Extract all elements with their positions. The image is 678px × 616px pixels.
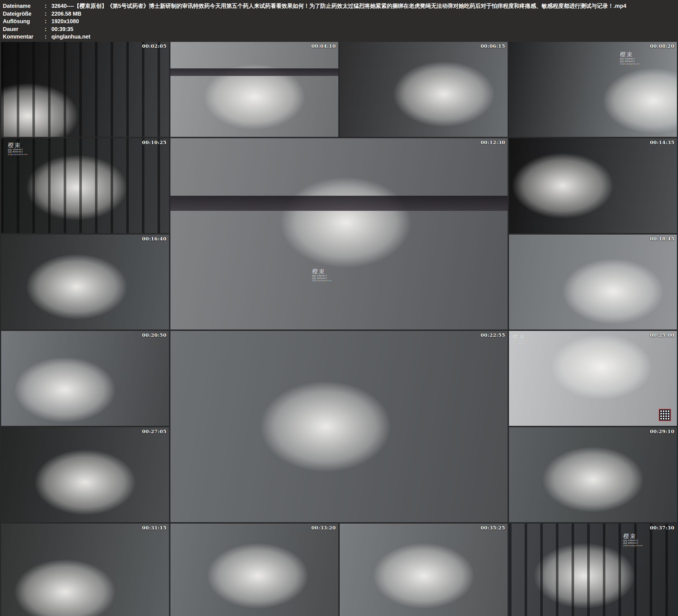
file-info-label: Dateiname xyxy=(3,2,45,10)
file-info-separator: : xyxy=(45,10,51,18)
file-info-label: Kommentar xyxy=(3,33,45,41)
timestamp-badge: 00:33:20 xyxy=(311,525,336,531)
watermark-brand-text: 樱束 xyxy=(620,51,640,58)
watermark-email: yingshuye@gmail.com xyxy=(620,63,640,65)
video-thumbnail: 樱束 QQ:1565417 QQ:5909417 yingshuye@gmail… xyxy=(171,138,507,330)
timestamp-badge: 00:22:55 xyxy=(481,332,505,338)
qr-code-watermark xyxy=(659,409,671,421)
watermark-qq2: QQ:5909417 xyxy=(512,343,532,345)
watermark-email: yingshuye@gmail.com xyxy=(312,279,332,282)
brand-watermark: 樱束 QQ:1565417 QQ:5909417 yingshuye@gmail… xyxy=(623,533,643,546)
timestamp-badge: 00:37:30 xyxy=(650,525,674,531)
file-info-row-filesize: Dateigröße : 2206.58 MB xyxy=(3,10,678,18)
video-thumbnail: 00:14:35 xyxy=(509,138,677,233)
video-thumbnail: 00:31:15 xyxy=(1,524,169,616)
timestamp-badge: 00:02:05 xyxy=(142,43,166,49)
timestamp-badge: 00:18:45 xyxy=(650,236,674,241)
timestamp-badge: 00:20:50 xyxy=(142,332,166,338)
thumbnail-grid: 00:02:05 00:04:10 00:06:15 樱束 QQ:1565417… xyxy=(0,42,678,616)
timestamp-badge: 00:08:20 xyxy=(650,43,674,49)
watermark-brand-text: 樱束 xyxy=(312,268,332,275)
file-info-label: Auflösung xyxy=(3,17,45,26)
watermark-qq2: QQ:5909417 xyxy=(620,60,640,63)
video-thumbnail: 樱束 QQ:1565417 QQ:5909417 yingshuye@gmail… xyxy=(509,331,677,426)
file-info-separator: : xyxy=(45,26,51,33)
video-thumbnail: 00:02:05 xyxy=(1,42,169,137)
file-info-row-comment: Kommentar : qinglanhua.net xyxy=(3,33,678,41)
brand-watermark: 樱束 QQ:1565417 QQ:5909417 yingshuye@gmail… xyxy=(312,268,332,282)
file-info-separator: : xyxy=(45,2,51,10)
filename-value: 32640----【樱束原创】《第5号试药者》博士新研制的审讯特效药今天用第五个… xyxy=(51,2,626,10)
watermark-qq2: QQ:5909417 xyxy=(8,151,28,153)
prison-bars-overlay xyxy=(509,524,677,616)
prison-bars-overlay xyxy=(1,42,169,137)
crossbar-placeholder xyxy=(171,68,338,76)
video-thumbnail: 00:35:25 xyxy=(340,524,507,616)
timestamp-badge: 00:31:15 xyxy=(142,525,166,531)
video-thumbnail: 00:33:20 xyxy=(171,524,338,616)
timestamp-badge: 00:10:25 xyxy=(142,140,166,145)
brand-watermark: 樱束 QQ:1565417 QQ:5909417 yingshuye@gmail… xyxy=(620,51,640,65)
brand-watermark: 樱束 QQ:1565417 QQ:5909417 yingshuye@gmail… xyxy=(512,334,532,347)
video-thumbnail: 00:16:40 xyxy=(1,235,169,330)
duration-value: 00:39:35 xyxy=(51,26,73,33)
file-info-panel: Dateiname : 32640----【樱束原创】《第5号试药者》博士新研制… xyxy=(0,0,678,42)
video-thumbnail: 00:29:10 xyxy=(509,427,677,522)
watermark-email: yingshuye@gmail.com xyxy=(8,153,28,156)
file-info-row-duration: Dauer : 00:39:35 xyxy=(3,26,678,33)
timestamp-badge: 00:14:35 xyxy=(650,140,674,145)
video-thumbnail: 00:04:10 xyxy=(171,42,338,137)
timestamp-badge: 00:35:25 xyxy=(481,525,505,531)
video-thumbnail: 00:20:50 xyxy=(1,331,169,426)
video-thumbnail: 樱束 QQ:1565417 QQ:5909417 yingshuye@gmail… xyxy=(509,524,677,616)
watermark-brand-text: 樱束 xyxy=(8,142,28,149)
video-thumbnail: 00:22:55 xyxy=(171,331,507,522)
timestamp-badge: 00:12:30 xyxy=(481,140,505,145)
video-thumbnail: 樱束 QQ:1565417 QQ:5909417 yingshuye@gmail… xyxy=(509,42,677,137)
watermark-qq2: QQ:5909417 xyxy=(623,542,643,544)
video-thumbnail: 樱束 QQ:1565417 QQ:5909417 yingshuye@gmail… xyxy=(1,138,169,233)
file-info-row-resolution: Auflösung : 1920x1080 xyxy=(3,17,678,26)
resolution-value: 1920x1080 xyxy=(51,17,79,26)
crossbar-placeholder xyxy=(171,196,507,211)
timestamp-badge: 00:16:40 xyxy=(142,236,166,241)
timestamp-badge: 00:27:05 xyxy=(142,429,166,434)
watermark-email: yingshuye@gmail.com xyxy=(623,544,643,547)
video-thumbnail: 00:27:05 xyxy=(1,427,169,522)
file-info-separator: : xyxy=(45,17,51,26)
file-info-separator: : xyxy=(45,33,51,41)
file-info-label: Dateigröße xyxy=(3,10,45,18)
watermark-brand-text: 樱束 xyxy=(512,334,532,340)
watermark-brand-text: 樱束 xyxy=(623,533,643,539)
video-thumbnail: 00:18:45 xyxy=(509,235,677,330)
comment-value: qinglanhua.net xyxy=(51,33,90,41)
file-info-label: Dauer xyxy=(3,26,45,33)
brand-watermark: 樱束 QQ:1565417 QQ:5909417 yingshuye@gmail… xyxy=(8,142,28,156)
file-info-row-filename: Dateiname : 32640----【樱束原创】《第5号试药者》博士新研制… xyxy=(3,2,678,10)
filesize-value: 2206.58 MB xyxy=(51,10,81,18)
timestamp-badge: 00:29:10 xyxy=(650,429,674,434)
video-thumbnail: 00:06:15 xyxy=(340,42,507,137)
watermark-email: yingshuye@gmail.com xyxy=(512,345,532,347)
timestamp-badge: 00:04:10 xyxy=(311,43,336,49)
timestamp-badge: 00:06:15 xyxy=(481,43,505,49)
contact-sheet: Dateiname : 32640----【樱束原创】《第5号试药者》博士新研制… xyxy=(0,0,678,616)
timestamp-badge: 00:25:00 xyxy=(650,332,674,338)
